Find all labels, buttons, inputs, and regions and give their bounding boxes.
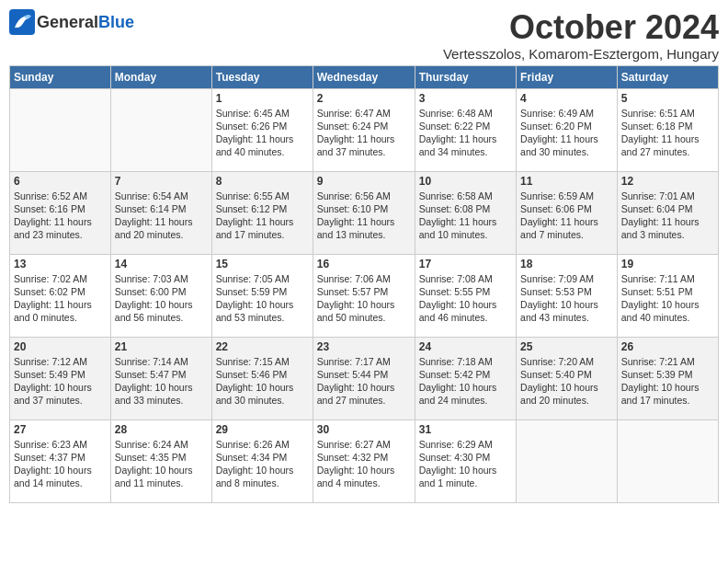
day-number: 5	[621, 92, 714, 105]
day-info: Sunrise: 7:11 AM Sunset: 5:51 PM Dayligh…	[621, 272, 714, 325]
calendar-week-row: 20Sunrise: 7:12 AM Sunset: 5:49 PM Dayli…	[10, 337, 719, 419]
day-info: Sunrise: 7:02 AM Sunset: 6:02 PM Dayligh…	[14, 272, 107, 325]
day-number: 13	[14, 258, 107, 270]
day-number: 28	[115, 423, 208, 436]
day-info: Sunrise: 7:15 AM Sunset: 5:46 PM Dayligh…	[216, 355, 309, 408]
day-number: 27	[14, 423, 107, 436]
day-info: Sunrise: 6:23 AM Sunset: 4:37 PM Dayligh…	[14, 438, 107, 490]
logo-text: GeneralBlue	[37, 13, 134, 32]
day-number: 6	[14, 175, 107, 188]
weekday-header-cell: Sunday	[10, 65, 111, 88]
day-info: Sunrise: 7:18 AM Sunset: 5:42 PM Dayligh…	[419, 355, 512, 408]
calendar-day-cell: 29Sunrise: 6:26 AM Sunset: 4:34 PM Dayli…	[211, 419, 313, 502]
day-number: 19	[621, 258, 714, 270]
day-info: Sunrise: 6:59 AM Sunset: 6:06 PM Dayligh…	[520, 190, 613, 242]
day-number: 8	[216, 175, 309, 188]
calendar-day-cell: 19Sunrise: 7:11 AM Sunset: 5:51 PM Dayli…	[617, 254, 718, 337]
calendar-week-row: 6Sunrise: 6:52 AM Sunset: 6:16 PM Daylig…	[10, 171, 719, 254]
day-info: Sunrise: 7:17 AM Sunset: 5:44 PM Dayligh…	[317, 355, 411, 408]
day-info: Sunrise: 6:27 AM Sunset: 4:32 PM Dayligh…	[317, 438, 411, 490]
calendar-day-cell: 10Sunrise: 6:58 AM Sunset: 6:08 PM Dayli…	[415, 171, 516, 254]
location: Vertesszolos, Komarom-Esztergom, Hungary	[443, 46, 719, 62]
calendar-day-cell: 11Sunrise: 6:59 AM Sunset: 6:06 PM Dayli…	[517, 171, 618, 254]
day-info: Sunrise: 6:52 AM Sunset: 6:16 PM Dayligh…	[14, 190, 107, 242]
calendar-day-cell: 3Sunrise: 6:48 AM Sunset: 6:22 PM Daylig…	[415, 88, 516, 171]
day-info: Sunrise: 6:54 AM Sunset: 6:14 PM Dayligh…	[115, 190, 208, 242]
calendar-week-row: 27Sunrise: 6:23 AM Sunset: 4:37 PM Dayli…	[10, 419, 719, 502]
day-number: 31	[419, 423, 512, 436]
day-number: 10	[419, 175, 512, 188]
day-number: 14	[115, 258, 208, 270]
calendar-day-cell: 26Sunrise: 7:21 AM Sunset: 5:39 PM Dayli…	[617, 337, 718, 419]
calendar-day-cell: 9Sunrise: 6:56 AM Sunset: 6:10 PM Daylig…	[313, 171, 415, 254]
day-number: 2	[317, 92, 411, 105]
calendar-day-cell: 12Sunrise: 7:01 AM Sunset: 6:04 PM Dayli…	[617, 171, 718, 254]
calendar-day-cell: 25Sunrise: 7:20 AM Sunset: 5:40 PM Dayli…	[517, 337, 618, 419]
calendar-day-cell: 31Sunrise: 6:29 AM Sunset: 4:30 PM Dayli…	[415, 419, 516, 502]
day-number: 1	[216, 92, 309, 105]
day-number: 24	[419, 340, 512, 353]
weekday-header-cell: Friday	[517, 65, 618, 88]
logo: GeneralBlue	[9, 9, 134, 35]
weekday-header-cell: Tuesday	[211, 65, 313, 88]
weekday-header-cell: Monday	[110, 65, 211, 88]
day-info: Sunrise: 7:05 AM Sunset: 5:59 PM Dayligh…	[216, 272, 309, 325]
calendar-day-cell: 30Sunrise: 6:27 AM Sunset: 4:32 PM Dayli…	[313, 419, 415, 502]
calendar-day-cell: 13Sunrise: 7:02 AM Sunset: 6:02 PM Dayli…	[10, 254, 111, 337]
day-number: 16	[317, 258, 411, 270]
calendar-day-cell: 6Sunrise: 6:52 AM Sunset: 6:16 PM Daylig…	[10, 171, 111, 254]
calendar-day-cell: 17Sunrise: 7:08 AM Sunset: 5:55 PM Dayli…	[415, 254, 516, 337]
calendar-day-cell	[110, 88, 211, 171]
calendar-day-cell: 5Sunrise: 6:51 AM Sunset: 6:18 PM Daylig…	[617, 88, 718, 171]
day-number: 21	[115, 340, 208, 353]
day-info: Sunrise: 6:29 AM Sunset: 4:30 PM Dayligh…	[419, 438, 512, 490]
day-info: Sunrise: 7:14 AM Sunset: 5:47 PM Dayligh…	[115, 355, 208, 408]
calendar-day-cell: 15Sunrise: 7:05 AM Sunset: 5:59 PM Dayli…	[211, 254, 313, 337]
logo-icon	[9, 9, 35, 35]
weekday-header-cell: Saturday	[617, 65, 718, 88]
calendar-day-cell: 16Sunrise: 7:06 AM Sunset: 5:57 PM Dayli…	[313, 254, 415, 337]
calendar-body: 1Sunrise: 6:45 AM Sunset: 6:26 PM Daylig…	[10, 88, 719, 502]
calendar-week-row: 1Sunrise: 6:45 AM Sunset: 6:26 PM Daylig…	[10, 88, 719, 171]
day-number: 17	[419, 258, 512, 270]
calendar-day-cell: 1Sunrise: 6:45 AM Sunset: 6:26 PM Daylig…	[211, 88, 313, 171]
title-block: October 2024 Vertesszolos, Komarom-Eszte…	[443, 9, 719, 62]
day-number: 20	[14, 340, 107, 353]
calendar-day-cell: 21Sunrise: 7:14 AM Sunset: 5:47 PM Dayli…	[110, 337, 211, 419]
day-number: 25	[520, 340, 613, 353]
day-number: 12	[621, 175, 714, 188]
calendar-day-cell: 14Sunrise: 7:03 AM Sunset: 6:00 PM Dayli…	[110, 254, 211, 337]
calendar-day-cell: 20Sunrise: 7:12 AM Sunset: 5:49 PM Dayli…	[10, 337, 111, 419]
calendar-day-cell: 18Sunrise: 7:09 AM Sunset: 5:53 PM Dayli…	[517, 254, 618, 337]
day-number: 30	[317, 423, 411, 436]
calendar-day-cell: 7Sunrise: 6:54 AM Sunset: 6:14 PM Daylig…	[110, 171, 211, 254]
day-number: 9	[317, 175, 411, 188]
day-info: Sunrise: 6:51 AM Sunset: 6:18 PM Dayligh…	[621, 107, 714, 159]
day-info: Sunrise: 6:24 AM Sunset: 4:35 PM Dayligh…	[115, 438, 208, 490]
day-number: 3	[419, 92, 512, 105]
weekday-header-row: SundayMondayTuesdayWednesdayThursdayFrid…	[10, 65, 719, 88]
calendar-day-cell	[10, 88, 111, 171]
calendar-day-cell: 27Sunrise: 6:23 AM Sunset: 4:37 PM Dayli…	[10, 419, 111, 502]
day-info: Sunrise: 6:55 AM Sunset: 6:12 PM Dayligh…	[216, 190, 309, 242]
day-info: Sunrise: 7:08 AM Sunset: 5:55 PM Dayligh…	[419, 272, 512, 325]
day-number: 26	[621, 340, 714, 353]
calendar-day-cell: 28Sunrise: 6:24 AM Sunset: 4:35 PM Dayli…	[110, 419, 211, 502]
day-number: 18	[520, 258, 613, 270]
page-header: GeneralBlue October 2024 Vertesszolos, K…	[9, 9, 719, 62]
day-info: Sunrise: 6:47 AM Sunset: 6:24 PM Dayligh…	[317, 107, 411, 159]
day-number: 29	[216, 423, 309, 436]
calendar-day-cell: 8Sunrise: 6:55 AM Sunset: 6:12 PM Daylig…	[211, 171, 313, 254]
weekday-header-cell: Thursday	[415, 65, 516, 88]
calendar-day-cell	[517, 419, 618, 502]
day-number: 4	[520, 92, 613, 105]
day-info: Sunrise: 7:01 AM Sunset: 6:04 PM Dayligh…	[621, 190, 714, 242]
calendar-day-cell	[617, 419, 718, 502]
day-number: 23	[317, 340, 411, 353]
day-number: 15	[216, 258, 309, 270]
calendar-day-cell: 24Sunrise: 7:18 AM Sunset: 5:42 PM Dayli…	[415, 337, 516, 419]
calendar-day-cell: 22Sunrise: 7:15 AM Sunset: 5:46 PM Dayli…	[211, 337, 313, 419]
day-info: Sunrise: 6:49 AM Sunset: 6:20 PM Dayligh…	[520, 107, 613, 159]
day-info: Sunrise: 6:26 AM Sunset: 4:34 PM Dayligh…	[216, 438, 309, 490]
day-info: Sunrise: 7:03 AM Sunset: 6:00 PM Dayligh…	[115, 272, 208, 325]
